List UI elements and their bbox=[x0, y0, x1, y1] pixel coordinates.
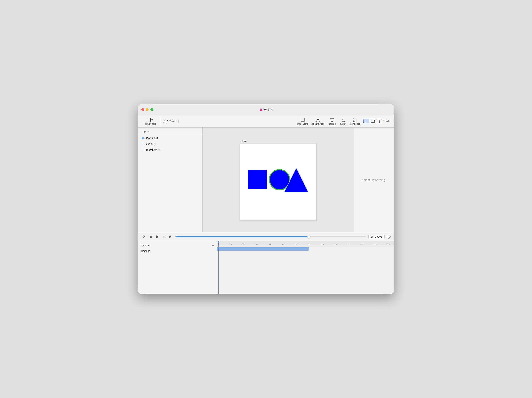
relative-mode-icon bbox=[316, 117, 320, 122]
clock-icon[interactable] bbox=[387, 235, 391, 239]
reload-button[interactable]: ↺ bbox=[141, 235, 146, 239]
panel-right-button[interactable] bbox=[376, 119, 382, 124]
circle-shape[interactable] bbox=[269, 170, 290, 190]
panel-right-icon bbox=[380, 120, 381, 123]
ruler-tick-5: 0.5 bbox=[282, 243, 285, 245]
search-icon bbox=[163, 120, 166, 123]
app-window: Shapes Insert Shape 100% bbox=[138, 104, 394, 294]
ruler-tick-3: 0.3 bbox=[256, 243, 258, 245]
scene-container: Scene bbox=[240, 140, 316, 220]
panel-left-icon bbox=[364, 120, 366, 123]
mask-scene-button[interactable]: Mask Scene bbox=[296, 117, 310, 126]
progress-thumb[interactable] bbox=[307, 235, 310, 238]
minimize-button[interactable] bbox=[146, 108, 149, 111]
layer-item-circle[interactable]: circle_2 bbox=[138, 141, 203, 147]
progress-bar[interactable] bbox=[176, 236, 366, 237]
time-display: 00:00.00 bbox=[368, 235, 385, 239]
news-feed-button[interactable]: News Feed bbox=[348, 117, 362, 126]
add-timeline-button[interactable]: + bbox=[212, 244, 214, 247]
news-feed-icon bbox=[353, 117, 358, 122]
svg-point-3 bbox=[316, 121, 317, 122]
layer-name-triangle: triangle_3 bbox=[146, 136, 158, 139]
panels-group: Panels bbox=[362, 119, 391, 124]
zoom-control[interactable]: 100% bbox=[167, 120, 176, 123]
timeline-sidebar: Timelines + Timeline bbox=[138, 241, 217, 294]
export-icon bbox=[341, 117, 346, 122]
ruler-tick-12: 1.2 bbox=[374, 243, 376, 245]
insert-shape-label: Insert Shape bbox=[145, 123, 156, 125]
layers-sidebar: Layers triangle_3 circle_2 rec bbox=[138, 128, 203, 232]
shapes-svg bbox=[246, 164, 310, 200]
chevron-down-icon bbox=[151, 119, 153, 120]
feedback-button[interactable]: Feedback bbox=[326, 117, 338, 126]
relative-mode-button[interactable]: Relative Mode bbox=[310, 117, 326, 126]
rectangle-icon bbox=[141, 148, 145, 151]
timeline-bar[interactable] bbox=[217, 247, 309, 251]
main-content: Layers triangle_3 circle_2 rec bbox=[138, 128, 394, 232]
toolbar: Insert Shape 100% Mask Scene bbox=[138, 115, 394, 128]
canvas-area: Scene bbox=[203, 128, 354, 232]
rectangle-shape[interactable] bbox=[248, 170, 267, 189]
panel-left-button[interactable] bbox=[363, 119, 369, 124]
timeline-ruler-area[interactable]: 0 0.1 0.2 0.3 0.4 0.5 0.6 0.7 0.8 0.9 1.… bbox=[217, 241, 394, 294]
ruler-tick-1: 0.1 bbox=[230, 243, 232, 245]
zoom-value-text: 100% bbox=[167, 120, 174, 123]
layer-item-rectangle[interactable]: rectangle_1 bbox=[138, 147, 203, 153]
select-something-text: Select Something! bbox=[361, 178, 386, 182]
insert-shape-group: Insert Shape bbox=[141, 117, 160, 126]
scene-canvas[interactable] bbox=[240, 144, 316, 220]
svg-rect-5 bbox=[330, 118, 334, 121]
skip-forward-button[interactable]: ⏭ bbox=[162, 235, 166, 239]
panel-center-button[interactable] bbox=[370, 119, 375, 124]
ruler-tick-8: 0.8 bbox=[321, 243, 324, 245]
triangle-icon bbox=[141, 136, 145, 139]
ruler-tick-4: 0.4 bbox=[269, 243, 272, 245]
layer-item-triangle[interactable]: triangle_3 bbox=[138, 135, 203, 141]
insert-shape-button[interactable]: Insert Shape bbox=[143, 117, 158, 126]
panels-label: Panels bbox=[384, 120, 390, 122]
zoom-group: 100% bbox=[160, 120, 179, 123]
titlebar: Shapes bbox=[138, 104, 394, 115]
svg-rect-6 bbox=[353, 118, 357, 122]
mask-scene-label: Mask Scene bbox=[297, 123, 308, 125]
timeline-bar-track bbox=[217, 247, 394, 251]
layer-name-circle: circle_2 bbox=[146, 142, 155, 145]
insert-shape-icon bbox=[148, 117, 153, 122]
window-controls bbox=[138, 108, 153, 111]
close-button[interactable] bbox=[141, 108, 144, 111]
title-text: Shapes bbox=[263, 108, 272, 111]
ruler-tick-10: 1.0 bbox=[347, 243, 350, 245]
layer-name-rectangle: rectangle_1 bbox=[146, 149, 160, 151]
timeline-ruler: 0 0.1 0.2 0.3 0.4 0.5 0.6 0.7 0.8 0.9 1.… bbox=[217, 241, 394, 246]
play-icon bbox=[156, 235, 159, 238]
export-button[interactable]: Export bbox=[338, 117, 348, 126]
mask-scene-icon bbox=[300, 117, 305, 122]
feedback-label: Feedback bbox=[328, 123, 336, 125]
layers-header: Layers bbox=[138, 128, 203, 135]
shape-square-icon bbox=[148, 118, 151, 122]
ruler-tick-13: 1.3 bbox=[386, 243, 389, 245]
ruler-tick-7: 0.7 bbox=[308, 243, 311, 245]
progress-fill bbox=[176, 236, 309, 237]
skip-back-button[interactable]: ⏮ bbox=[148, 235, 153, 239]
app-icon bbox=[260, 108, 262, 111]
export-label: Export bbox=[340, 123, 346, 125]
speed-label[interactable]: 1x bbox=[169, 235, 171, 238]
ruler-tick-9: 0.9 bbox=[334, 243, 337, 245]
playhead-arrow bbox=[217, 241, 219, 243]
play-button[interactable] bbox=[155, 235, 159, 239]
ruler-tick-11: 1.1 bbox=[360, 243, 363, 245]
timeline-name[interactable]: Timeline bbox=[138, 248, 216, 254]
playback-bar: ↺ ⏮ ⏭ 1x 00:00.00 bbox=[138, 232, 394, 241]
zoom-chevron-icon bbox=[174, 121, 176, 122]
panel-center-icon bbox=[371, 120, 375, 123]
svg-point-4 bbox=[319, 121, 320, 122]
maximize-button[interactable] bbox=[150, 108, 153, 111]
ruler-tick-6: 0.6 bbox=[295, 243, 298, 245]
news-feed-label: News Feed bbox=[350, 123, 360, 125]
right-panel: Select Something! bbox=[354, 128, 394, 232]
timelines-label: Timelines bbox=[141, 244, 151, 247]
svg-point-2 bbox=[317, 118, 318, 119]
window-title: Shapes bbox=[260, 108, 272, 111]
timeline-playhead[interactable] bbox=[218, 241, 219, 294]
